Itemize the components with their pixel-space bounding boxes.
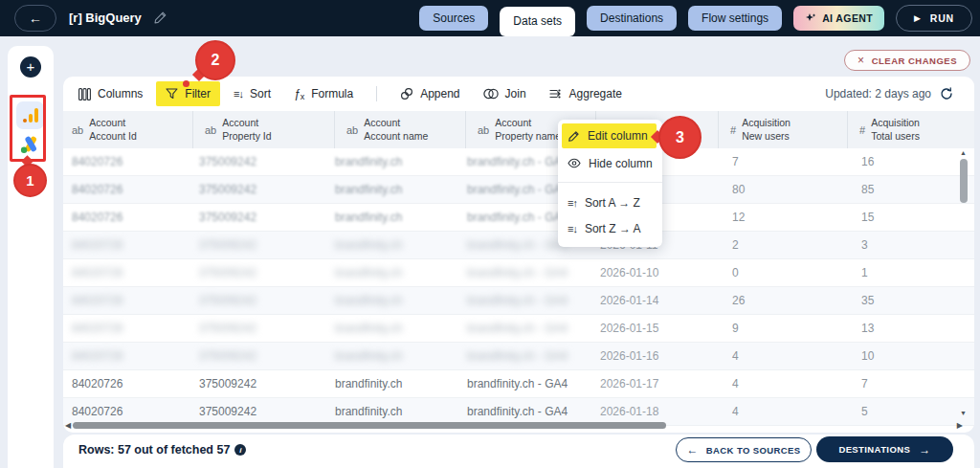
text-type-icon: ab bbox=[205, 124, 216, 136]
append-button[interactable]: Append bbox=[400, 87, 459, 100]
cell-property-name: brandfinity.ch - GA4 bbox=[467, 370, 568, 398]
cell-date: 2026-01-17 bbox=[600, 370, 658, 398]
menu-hide-column[interactable]: Hide column bbox=[558, 150, 662, 176]
cell-property-id: 375009242 bbox=[199, 232, 256, 259]
cell-new-users: 4 bbox=[732, 370, 739, 398]
column-header-account-id[interactable]: abAccountAccount Id bbox=[72, 111, 192, 148]
text-type-icon: ab bbox=[346, 124, 358, 136]
join-label: Join bbox=[505, 87, 526, 100]
scroll-right-icon[interactable]: ▶ bbox=[957, 421, 963, 430]
cell-account-id: 84020726 bbox=[72, 259, 122, 287]
eye-icon bbox=[568, 158, 581, 168]
cell-property-name: brandfinity.ch - GA4 bbox=[467, 287, 568, 315]
scroll-up-icon[interactable]: ▲ bbox=[960, 149, 967, 156]
destinations-button[interactable]: DESTINATIONS → bbox=[816, 436, 953, 462]
table-row[interactable]: 84020726375009242brandfinity.chbrandfini… bbox=[63, 343, 974, 370]
cell-property-id: 375009242 bbox=[199, 370, 256, 398]
cell-total-users: 85 bbox=[861, 176, 874, 204]
table-row[interactable]: 84020726375009242brandfinity.chbrandfini… bbox=[63, 176, 974, 204]
column-header-new-users[interactable]: #AcquisitionNew users bbox=[718, 111, 847, 148]
cell-account-id: 84020726 bbox=[72, 287, 122, 315]
add-source-button[interactable]: + bbox=[20, 56, 41, 78]
tab-flow-settings[interactable]: Flow settings bbox=[688, 6, 782, 31]
cell-new-users: 4 bbox=[732, 343, 739, 370]
column-header-property-id[interactable]: abAccountProperty Id bbox=[192, 111, 334, 148]
menu-divider bbox=[558, 182, 662, 183]
clear-changes-button[interactable]: × CLEAR CHANGES bbox=[844, 50, 970, 71]
annotation-step-3: 3 bbox=[658, 116, 702, 159]
cell-account-id: 84020726 bbox=[72, 204, 122, 232]
aggregate-button[interactable]: Aggregate bbox=[549, 87, 622, 100]
run-button[interactable]: ▶ RUN bbox=[896, 5, 972, 32]
table-row[interactable]: 84020726375009242brandfinity.chbrandfini… bbox=[63, 259, 974, 287]
columns-button[interactable]: Columns bbox=[78, 87, 143, 100]
cell-new-users: 12 bbox=[732, 204, 745, 232]
cell-total-users: 1 bbox=[861, 259, 868, 287]
table-row[interactable]: 84020726375009242brandfinity.chbrandfini… bbox=[63, 287, 974, 315]
scroll-left-icon[interactable]: ◀ bbox=[65, 421, 71, 430]
cell-account-name: brandfinity.ch bbox=[335, 370, 402, 398]
run-label: RUN bbox=[930, 12, 954, 24]
table-body: 84020726375009242brandfinity.chbrandfini… bbox=[63, 148, 974, 426]
table-row[interactable]: 84020726375009242brandfinity.chbrandfini… bbox=[63, 204, 974, 232]
toolbar-divider bbox=[376, 86, 377, 101]
text-type-icon: ab bbox=[72, 124, 83, 136]
back-button[interactable]: ← bbox=[14, 5, 56, 32]
left-arrow-icon: ← bbox=[686, 443, 698, 457]
vertical-scrollbar[interactable]: ▲ ▼ bbox=[959, 149, 969, 427]
sparkle-icon bbox=[805, 12, 816, 24]
join-button[interactable]: Join bbox=[483, 87, 526, 100]
horizontal-scroll-thumb[interactable] bbox=[73, 422, 666, 429]
horizontal-scrollbar[interactable]: ◀ ▶ bbox=[63, 421, 963, 431]
cell-property-name: brandfinity.ch - GA4 bbox=[467, 176, 568, 204]
play-icon: ▶ bbox=[914, 14, 922, 23]
cell-new-users: 80 bbox=[732, 176, 745, 204]
table-row[interactable]: 84020726375009242brandfinity.chbrandfini… bbox=[63, 315, 974, 343]
formula-button[interactable]: ƒx Formula bbox=[294, 87, 353, 101]
column-header-label: AccountProperty Id bbox=[222, 117, 271, 143]
refresh-icon[interactable] bbox=[940, 87, 953, 100]
edit-title-icon[interactable] bbox=[153, 11, 167, 25]
sort-button[interactable]: ≡↓ Sort bbox=[234, 87, 271, 100]
ai-agent-button[interactable]: AI AGENT bbox=[793, 6, 884, 31]
tab-sources[interactable]: Sources bbox=[419, 6, 488, 31]
cell-total-users: 15 bbox=[861, 204, 874, 232]
tab-data-sets[interactable]: Data sets bbox=[500, 7, 575, 36]
cell-account-name: brandfinity.ch bbox=[335, 343, 402, 370]
sort-descending-icon: ≡↓ bbox=[568, 223, 577, 234]
column-header-label: AccountAccount Id bbox=[89, 117, 137, 143]
column-context-menu: Edit column Hide column ≡↑ Sort A → Z ≡↓… bbox=[558, 120, 662, 247]
menu-sort-a-z[interactable]: ≡↑ Sort A → Z bbox=[558, 189, 662, 215]
table-row[interactable]: 84020726375009242brandfinity.chbrandfini… bbox=[63, 148, 974, 176]
table-header: abAccountAccount IdabAccountProperty Ida… bbox=[63, 111, 974, 148]
info-icon[interactable]: i bbox=[234, 444, 246, 456]
vertical-scroll-thumb[interactable] bbox=[960, 159, 968, 203]
menu-edit-column[interactable]: Edit column bbox=[562, 123, 657, 148]
cell-property-name: brandfinity.ch - GA4 bbox=[467, 204, 568, 232]
close-icon: × bbox=[858, 54, 865, 67]
column-header-total-users[interactable]: #AcquisitionTotal users bbox=[847, 111, 963, 148]
cell-account-id: 84020726 bbox=[72, 370, 122, 398]
back-to-sources-label: BACK TO SOURCES bbox=[706, 445, 801, 456]
table-row[interactable]: 84020726375009242brandfinity.chbrandfini… bbox=[63, 232, 974, 259]
cell-account-name: brandfinity.ch bbox=[335, 176, 402, 204]
rows-count-label: Rows: 57 out of fetched 57 bbox=[78, 443, 230, 457]
column-header-label: AccountProperty name bbox=[495, 117, 561, 143]
updated-status: Updated: 2 days ago bbox=[825, 77, 953, 111]
clear-changes-label: CLEAR CHANGES bbox=[872, 56, 957, 66]
number-type-icon: # bbox=[859, 124, 865, 136]
back-to-sources-button[interactable]: ← BACK TO SOURCES bbox=[676, 437, 812, 462]
cell-property-name: brandfinity.ch - GA4 bbox=[467, 148, 568, 176]
pencil-icon bbox=[568, 130, 580, 143]
cell-property-id: 375009242 bbox=[199, 176, 256, 204]
table-row[interactable]: 84020726375009242brandfinity.chbrandfini… bbox=[63, 370, 974, 398]
cell-new-users: 2 bbox=[732, 232, 739, 259]
scroll-down-icon[interactable]: ▼ bbox=[960, 410, 967, 416]
column-header-account-name[interactable]: abAccountAccount name bbox=[334, 111, 465, 148]
bottom-bar: Rows: 57 out of fetched 57 i ← BACK TO S… bbox=[63, 435, 974, 468]
menu-sort-z-a[interactable]: ≡↓ Sort Z → A bbox=[558, 215, 662, 241]
tab-destinations[interactable]: Destinations bbox=[587, 6, 677, 31]
cell-total-users: 7 bbox=[861, 370, 868, 398]
dataset-card: Columns Filter ≡↓ Sort ƒx Formula bbox=[63, 77, 974, 433]
cell-account-name: brandfinity.ch bbox=[335, 287, 402, 315]
